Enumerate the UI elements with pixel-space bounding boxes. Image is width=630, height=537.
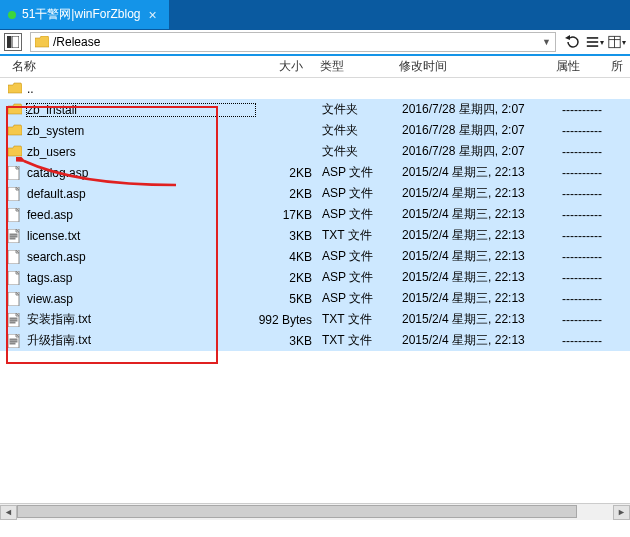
parent-dir-row[interactable]: .. bbox=[0, 78, 630, 99]
tab-title: 51干警网|winForZblog bbox=[22, 6, 141, 23]
file-name: default.asp bbox=[26, 187, 256, 201]
column-headers: 名称 大小 类型 修改时间 属性 所 bbox=[0, 56, 630, 78]
svg-rect-12 bbox=[10, 234, 17, 235]
file-type: TXT 文件 bbox=[322, 227, 402, 244]
list-item[interactable]: zb_users文件夹2016/7/28 星期四, 2:07---------- bbox=[0, 141, 630, 162]
file-mtime: 2016/7/28 星期四, 2:07 bbox=[402, 143, 562, 160]
file-icon bbox=[8, 229, 22, 243]
scroll-right-icon[interactable]: ► bbox=[613, 505, 630, 520]
file-type: 文件夹 bbox=[322, 143, 402, 160]
file-mtime: 2015/2/4 星期三, 22:13 bbox=[402, 164, 562, 181]
file-size: 2KB bbox=[256, 166, 322, 180]
file-size: 3KB bbox=[256, 334, 322, 348]
file-size: 5KB bbox=[256, 292, 322, 306]
file-name: zb_users bbox=[26, 145, 256, 159]
file-mtime: 2015/2/4 星期三, 22:13 bbox=[402, 290, 562, 307]
file-attr: ---------- bbox=[562, 166, 618, 180]
list-item[interactable]: tags.asp2KBASP 文件2015/2/4 星期三, 22:13----… bbox=[0, 267, 630, 288]
file-mtime: 2015/2/4 星期三, 22:13 bbox=[402, 311, 562, 328]
svg-rect-14 bbox=[10, 238, 15, 239]
svg-rect-25 bbox=[10, 343, 15, 344]
list-item[interactable]: 升级指南.txt3KBTXT 文件2015/2/4 星期三, 22:13----… bbox=[0, 330, 630, 351]
file-icon bbox=[8, 250, 22, 264]
toolbar: /Release ▼ ▾ ▾ bbox=[0, 30, 630, 56]
file-mtime: 2015/2/4 星期三, 22:13 bbox=[402, 332, 562, 349]
svg-rect-0 bbox=[7, 36, 11, 48]
svg-rect-1 bbox=[12, 36, 19, 48]
file-size: 17KB bbox=[256, 208, 322, 222]
file-mtime: 2015/2/4 星期三, 22:13 bbox=[402, 185, 562, 202]
file-name: license.txt bbox=[26, 229, 256, 243]
chevron-down-icon[interactable]: ▼ bbox=[542, 37, 551, 47]
svg-rect-4 bbox=[587, 45, 598, 47]
tab-active[interactable]: 51干警网|winForZblog × bbox=[0, 0, 169, 29]
col-owner[interactable]: 所 bbox=[605, 58, 630, 75]
file-type: 文件夹 bbox=[322, 122, 402, 139]
detail-view-icon[interactable]: ▾ bbox=[608, 33, 626, 51]
file-name: zb_system bbox=[26, 124, 256, 138]
file-attr: ---------- bbox=[562, 229, 618, 243]
file-attr: ---------- bbox=[562, 187, 618, 201]
col-type[interactable]: 类型 bbox=[314, 58, 393, 75]
folder-icon bbox=[8, 103, 22, 117]
file-type: ASP 文件 bbox=[322, 185, 402, 202]
file-name: .. bbox=[26, 82, 256, 96]
file-size: 3KB bbox=[256, 229, 322, 243]
status-dot-icon bbox=[8, 11, 16, 19]
scroll-track[interactable] bbox=[17, 505, 613, 520]
file-type: TXT 文件 bbox=[322, 311, 402, 328]
file-attr: ---------- bbox=[562, 208, 618, 222]
svg-rect-19 bbox=[10, 318, 17, 319]
list-item[interactable]: default.asp2KBASP 文件2015/2/4 星期三, 22:13-… bbox=[0, 183, 630, 204]
path-input[interactable]: /Release ▼ bbox=[30, 32, 556, 52]
list-item[interactable]: catalog.asp2KBASP 文件2015/2/4 星期三, 22:13-… bbox=[0, 162, 630, 183]
svg-rect-2 bbox=[587, 37, 598, 39]
file-size: 2KB bbox=[256, 271, 322, 285]
refresh-icon[interactable] bbox=[564, 33, 582, 51]
file-type: ASP 文件 bbox=[322, 290, 402, 307]
file-attr: ---------- bbox=[562, 292, 618, 306]
file-icon bbox=[8, 313, 22, 327]
file-attr: ---------- bbox=[562, 334, 618, 348]
file-icon bbox=[8, 334, 22, 348]
close-icon[interactable]: × bbox=[147, 8, 159, 22]
folder-icon bbox=[8, 82, 22, 96]
folder-icon bbox=[8, 124, 22, 138]
folder-icon bbox=[8, 145, 22, 159]
file-attr: ---------- bbox=[562, 124, 618, 138]
list-item[interactable]: 安装指南.txt992 BytesTXT 文件2015/2/4 星期三, 22:… bbox=[0, 309, 630, 330]
file-size: 2KB bbox=[256, 187, 322, 201]
list-item[interactable]: view.asp5KBASP 文件2015/2/4 星期三, 22:13----… bbox=[0, 288, 630, 309]
path-text: /Release bbox=[53, 35, 100, 49]
scroll-thumb[interactable] bbox=[17, 505, 577, 518]
col-attr[interactable]: 属性 bbox=[550, 58, 605, 75]
file-name: catalog.asp bbox=[26, 166, 256, 180]
svg-rect-24 bbox=[10, 341, 17, 342]
scroll-left-icon[interactable]: ◄ bbox=[0, 505, 17, 520]
folder-icon bbox=[35, 36, 49, 48]
file-type: 文件夹 bbox=[322, 101, 402, 118]
file-type: ASP 文件 bbox=[322, 164, 402, 181]
file-mtime: 2016/7/28 星期四, 2:07 bbox=[402, 101, 562, 118]
file-size: 4KB bbox=[256, 250, 322, 264]
svg-rect-20 bbox=[10, 320, 17, 321]
horizontal-scrollbar[interactable]: ◄ ► bbox=[0, 503, 630, 520]
file-name: feed.asp bbox=[26, 208, 256, 222]
file-type: ASP 文件 bbox=[322, 248, 402, 265]
list-item[interactable]: feed.asp17KBASP 文件2015/2/4 星期三, 22:13---… bbox=[0, 204, 630, 225]
list-item[interactable]: zb_system文件夹2016/7/28 星期四, 2:07---------… bbox=[0, 120, 630, 141]
file-attr: ---------- bbox=[562, 271, 618, 285]
tab-bar: 51干警网|winForZblog × bbox=[0, 0, 630, 30]
file-name: 升级指南.txt bbox=[26, 332, 256, 349]
list-item[interactable]: search.asp4KBASP 文件2015/2/4 星期三, 22:13--… bbox=[0, 246, 630, 267]
file-type: ASP 文件 bbox=[322, 269, 402, 286]
col-size[interactable]: 大小 bbox=[249, 58, 314, 75]
col-name[interactable]: 名称 bbox=[6, 58, 249, 75]
file-icon bbox=[8, 271, 22, 285]
file-icon bbox=[8, 187, 22, 201]
col-mtime[interactable]: 修改时间 bbox=[393, 58, 550, 75]
list-view-icon[interactable]: ▾ bbox=[586, 33, 604, 51]
list-item[interactable]: license.txt3KBTXT 文件2015/2/4 星期三, 22:13-… bbox=[0, 225, 630, 246]
layout-toggle-icon[interactable] bbox=[4, 33, 22, 51]
list-item[interactable]: zb_install文件夹2016/7/28 星期四, 2:07--------… bbox=[0, 99, 630, 120]
